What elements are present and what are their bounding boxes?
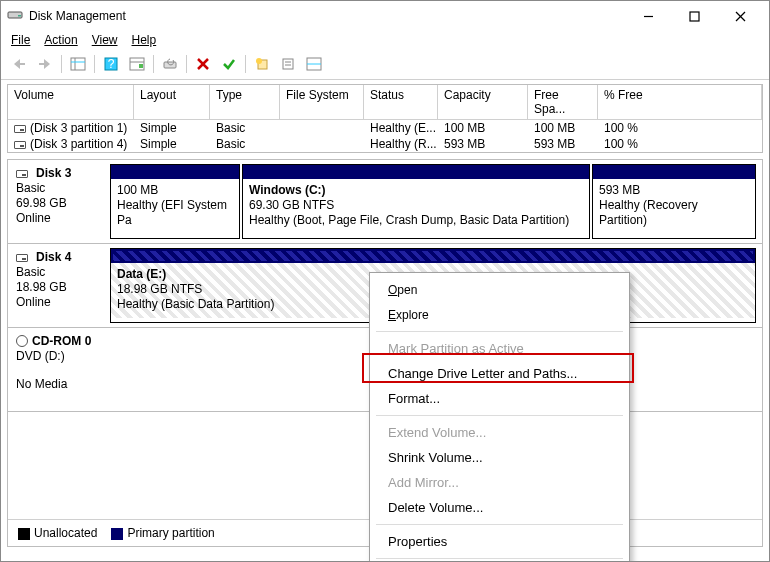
ctx-shrink-volume[interactable]: Shrink Volume... <box>370 445 629 470</box>
svg-rect-23 <box>283 59 293 69</box>
ctx-format[interactable]: Format... <box>370 386 629 411</box>
window-title: Disk Management <box>29 9 126 23</box>
partition-stripe <box>593 165 755 179</box>
disk-row: Disk 3 Basic 69.98 GB Online 100 MBHealt… <box>8 160 762 244</box>
check-icon[interactable] <box>217 53 241 75</box>
col-volume[interactable]: Volume <box>8 85 134 119</box>
properties-icon[interactable] <box>276 53 300 75</box>
volume-fs <box>280 120 364 136</box>
volume-list-panel: Volume Layout Type File System Status Ca… <box>7 84 763 153</box>
col-free[interactable]: Free Spa... <box>528 85 598 119</box>
volume-row[interactable]: (Disk 3 partition 1) Simple Basic Health… <box>8 120 762 136</box>
volume-capacity: 593 MB <box>438 136 528 152</box>
partition-size: 69.30 GB NTFS <box>249 198 583 213</box>
legend-primary: Primary partition <box>111 526 214 540</box>
volume-list-header: Volume Layout Type File System Status Ca… <box>8 85 762 120</box>
menu-action[interactable]: Action <box>44 33 77 47</box>
forward-button[interactable] <box>33 53 57 75</box>
disk-type: Basic <box>16 265 102 279</box>
volume-capacity: 100 MB <box>438 120 528 136</box>
disk-label[interactable]: Disk 3 Basic 69.98 GB Online <box>8 160 110 243</box>
volume-type: Basic <box>210 120 280 136</box>
svg-marker-8 <box>44 59 50 69</box>
ctx-open[interactable]: Open <box>370 277 629 302</box>
disk-state: No Media <box>16 377 102 391</box>
ctx-change-drive-letter[interactable]: Change Drive Letter and Paths... <box>370 361 629 386</box>
ctx-explore[interactable]: Explore <box>370 302 629 327</box>
menubar: File Action View Help <box>1 31 769 51</box>
ctx-delete-volume[interactable]: Delete Volume... <box>370 495 629 520</box>
close-button[interactable] <box>717 1 763 31</box>
svg-rect-17 <box>139 64 143 68</box>
volume-free: 593 MB <box>528 136 598 152</box>
volume-layout: Simple <box>134 120 210 136</box>
svg-marker-6 <box>14 59 20 69</box>
disk-state: Online <box>16 295 102 309</box>
disk-label[interactable]: Disk 4 Basic 18.98 GB Online <box>8 244 110 327</box>
legend-unallocated: Unallocated <box>18 526 97 540</box>
help-icon[interactable]: ? <box>99 53 123 75</box>
menu-help[interactable]: Help <box>132 33 157 47</box>
col-capacity[interactable]: Capacity <box>438 85 528 119</box>
partition[interactable]: Windows (C:)69.30 GB NTFSHealthy (Boot, … <box>242 164 590 239</box>
col-filesystem[interactable]: File System <box>280 85 364 119</box>
disk-icon <box>16 254 28 262</box>
disk-type: Basic <box>16 181 102 195</box>
minimize-button[interactable] <box>625 1 671 31</box>
svg-rect-3 <box>690 12 699 21</box>
ctx-properties[interactable]: Properties <box>370 529 629 554</box>
partition-status: Healthy (Boot, Page File, Crash Dump, Ba… <box>249 213 583 228</box>
volume-layout: Simple <box>134 136 210 152</box>
context-menu: Open Explore Mark Partition as Active Ch… <box>369 272 630 562</box>
disk-type: DVD (D:) <box>16 349 102 363</box>
disk-name: CD-ROM 0 <box>32 334 91 348</box>
partition[interactable]: 100 MBHealthy (EFI System Pa <box>110 164 240 239</box>
volume-name: (Disk 3 partition 1) <box>30 121 127 135</box>
volume-row[interactable]: (Disk 3 partition 4) Simple Basic Health… <box>8 136 762 152</box>
menu-view[interactable]: View <box>92 33 118 47</box>
partition-size: 593 MB <box>599 183 749 198</box>
app-icon <box>7 7 23 26</box>
list-layout-icon[interactable] <box>302 53 326 75</box>
svg-rect-1 <box>18 15 21 17</box>
partition-size: 100 MB <box>117 183 233 198</box>
graphical-view: Disk 3 Basic 69.98 GB Online 100 MBHealt… <box>7 159 763 547</box>
ctx-extend-volume: Extend Volume... <box>370 420 629 445</box>
menu-file[interactable]: File <box>11 33 30 47</box>
partition-stripe <box>243 165 589 179</box>
disk-name: Disk 3 <box>36 166 71 180</box>
col-layout[interactable]: Layout <box>134 85 210 119</box>
col-type[interactable]: Type <box>210 85 280 119</box>
ctx-add-mirror: Add Mirror... <box>370 470 629 495</box>
toolbar: ? <box>1 51 769 80</box>
partition-status: Healthy (Recovery Partition) <box>599 198 749 228</box>
show-hide-tree-button[interactable] <box>66 53 90 75</box>
disk-size: 18.98 GB <box>16 280 102 294</box>
partition-status: Healthy (EFI System Pa <box>117 198 233 228</box>
new-item-icon[interactable] <box>250 53 274 75</box>
volume-type: Basic <box>210 136 280 152</box>
cd-icon <box>16 335 28 347</box>
disk-state: Online <box>16 211 102 225</box>
maximize-button[interactable] <box>671 1 717 31</box>
partition[interactable]: 593 MBHealthy (Recovery Partition) <box>592 164 756 239</box>
settings-button[interactable] <box>125 53 149 75</box>
svg-point-22 <box>256 58 262 64</box>
volume-status: Healthy (E... <box>364 120 438 136</box>
delete-icon[interactable] <box>191 53 215 75</box>
titlebar: Disk Management <box>1 1 769 31</box>
partition-title: Windows (C:) <box>249 183 583 198</box>
partition-stripe <box>111 165 239 179</box>
refresh-button[interactable] <box>158 53 182 75</box>
col-status[interactable]: Status <box>364 85 438 119</box>
volume-fs <box>280 136 364 152</box>
back-button[interactable] <box>7 53 31 75</box>
volume-pct: 100 % <box>598 136 762 152</box>
volume-status: Healthy (R... <box>364 136 438 152</box>
col-pct-free[interactable]: % Free <box>598 85 762 119</box>
ctx-mark-active: Mark Partition as Active <box>370 336 629 361</box>
disk-size: 69.98 GB <box>16 196 102 210</box>
disk-label[interactable]: CD-ROM 0 DVD (D:) No Media <box>8 328 110 411</box>
volume-name: (Disk 3 partition 4) <box>30 137 127 151</box>
drive-icon <box>14 141 26 149</box>
